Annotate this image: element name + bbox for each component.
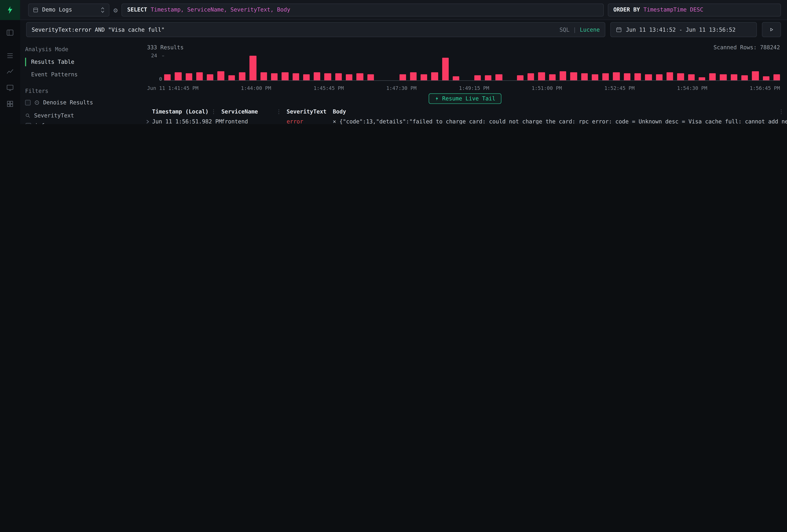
histogram-bar[interactable] (239, 72, 246, 80)
run-query-button[interactable] (762, 22, 781, 37)
x-axis-label: Jun 11 1:41:45 PM (147, 85, 198, 91)
mode-results-table[interactable]: Results Table (25, 58, 135, 66)
histogram-bar[interactable] (453, 76, 459, 80)
log-row[interactable]: Jun 11 1:56:51.982 PM frontend error × {… (143, 118, 787, 124)
search-query-input[interactable]: SeverityText:error AND "Visa cache full"… (26, 22, 605, 37)
settings-gear-icon[interactable]: ⚙ (113, 6, 118, 14)
histogram-bar[interactable] (495, 74, 502, 80)
histogram-bar[interactable] (346, 74, 353, 80)
monitor-icon[interactable] (3, 82, 17, 94)
histogram-bar[interactable] (592, 74, 598, 80)
x-axis-label: 1:56:45 PM (750, 85, 780, 91)
column-header-timestamp[interactable]: Timestamp (Local) ⋮ (152, 108, 221, 115)
histogram-bar[interactable] (677, 73, 684, 81)
histogram-bar[interactable] (217, 71, 224, 81)
chart-icon[interactable] (3, 66, 17, 78)
time-range-value: Jun 11 13:41:52 - Jun 11 13:56:52 (626, 26, 736, 33)
histogram-bar[interactable] (581, 73, 588, 81)
histogram-bar[interactable] (431, 72, 438, 80)
histogram-bar[interactable] (399, 74, 406, 80)
histogram-bar[interactable] (517, 75, 524, 81)
column-resize-handle[interactable]: ⋮ (211, 108, 216, 115)
histogram-bar[interactable] (602, 73, 609, 81)
app-logo[interactable] (0, 0, 20, 20)
expand-chevron-icon[interactable] (143, 119, 152, 124)
histogram-bar[interactable] (731, 74, 737, 80)
histogram-bar[interactable] (645, 74, 652, 80)
lightning-bolt-icon (435, 95, 439, 101)
results-panel: 333 Results Scanned Rows: 788242 24 0 Ju… (143, 39, 787, 124)
panel-layout-icon[interactable] (3, 27, 17, 39)
histogram-bar[interactable] (720, 74, 727, 80)
column-header-servicename[interactable]: ServiceName ⋮ (221, 108, 286, 115)
histogram-bar[interactable] (164, 74, 171, 80)
log-list-icon[interactable] (3, 50, 17, 62)
scanned-rows: Scanned Rows: 788242 (714, 44, 780, 51)
denoise-results-filter[interactable]: Denoise Results (25, 99, 135, 106)
time-range-picker[interactable]: Jun 11 13:41:52 - Jun 11 13:56:52 (610, 22, 757, 37)
histogram-bar[interactable] (624, 73, 631, 81)
mode-event-patterns[interactable]: Event Patterns (25, 70, 135, 79)
histogram-bar[interactable] (186, 73, 192, 81)
select-columns-input[interactable]: SELECT Timestamp, ServiceName, SeverityT… (122, 3, 604, 16)
histogram-bar[interactable] (699, 77, 705, 81)
histogram-bar[interactable] (421, 74, 427, 80)
histogram-bar[interactable] (293, 73, 299, 81)
histogram-bar[interactable] (709, 73, 716, 81)
filter-option-info[interactable]: info (26, 123, 135, 124)
info-checkbox[interactable] (26, 123, 31, 124)
histogram-bar[interactable] (656, 74, 662, 80)
histogram-bar[interactable] (303, 74, 310, 80)
histogram-bar[interactable] (367, 74, 374, 80)
histogram-bar[interactable] (228, 75, 235, 81)
column-header-body[interactable]: Body (333, 108, 787, 115)
histogram-bar[interactable] (410, 72, 417, 80)
histogram-bar[interactable] (335, 73, 342, 81)
filter-group-header[interactable]: SeverityText (25, 112, 135, 119)
source-select[interactable]: Demo Logs (28, 3, 110, 16)
histogram-bar[interactable] (207, 74, 213, 80)
source-select-value: Demo Logs (42, 6, 97, 13)
histogram-bar[interactable] (282, 72, 289, 80)
histogram-bar[interactable] (314, 72, 320, 80)
column-resize-handle[interactable]: ⋮ (276, 108, 282, 115)
log-rows-scroll-area[interactable]: Jun 11 1:56:51.982 PM frontend error × {… (143, 118, 787, 124)
app-window: Demo Logs ⚙ SELECT Timestamp, ServiceNam… (0, 0, 787, 124)
order-by-input[interactable]: ORDER BY TimestampTime DESC (608, 3, 781, 16)
histogram-bar[interactable] (528, 73, 534, 81)
denoise-checkbox[interactable] (25, 100, 30, 105)
histogram-bar[interactable] (752, 71, 759, 81)
column-header-severitytext[interactable]: SeverityText (286, 108, 333, 115)
histogram-bar[interactable] (442, 58, 449, 80)
histogram-bar[interactable] (324, 73, 331, 81)
histogram-bar[interactable] (559, 71, 566, 81)
histogram-bar[interactable] (271, 73, 278, 81)
histogram-bar[interactable] (196, 72, 203, 80)
histogram-bar[interactable] (763, 76, 769, 80)
histogram-bar[interactable] (260, 72, 267, 80)
histogram-bar[interactable] (474, 75, 481, 81)
histogram-bar[interactable] (635, 73, 641, 81)
histogram-bar[interactable] (688, 74, 695, 80)
histogram-bar[interactable] (613, 72, 620, 80)
histogram-bar[interactable] (549, 74, 556, 80)
histogram-bar[interactable] (175, 72, 182, 80)
lang-sql-option[interactable]: SQL (559, 26, 570, 33)
denoise-icon (34, 100, 40, 105)
histogram-bar[interactable] (538, 72, 545, 80)
x-axis-label: 1:49:15 PM (459, 85, 489, 91)
resume-live-tail-label: Resume Live Tail (442, 95, 495, 102)
histogram-bar[interactable] (741, 75, 748, 81)
histogram-bar[interactable] (666, 72, 673, 80)
histogram-bar[interactable] (773, 74, 780, 80)
histogram-bar[interactable] (250, 56, 256, 80)
histogram-bar[interactable] (357, 73, 363, 81)
lang-lucene-option[interactable]: Lucene (580, 26, 600, 33)
results-count: 333 Results (147, 44, 184, 51)
histogram-bar[interactable] (485, 75, 491, 81)
histogram-bar[interactable] (570, 72, 577, 80)
resume-live-tail-button[interactable]: Resume Live Tail (429, 93, 501, 104)
table-options-handle[interactable]: ⋮ (779, 108, 784, 115)
query-language-toggle[interactable]: SQL | Lucene (559, 26, 600, 33)
apps-grid-icon[interactable] (3, 98, 17, 110)
